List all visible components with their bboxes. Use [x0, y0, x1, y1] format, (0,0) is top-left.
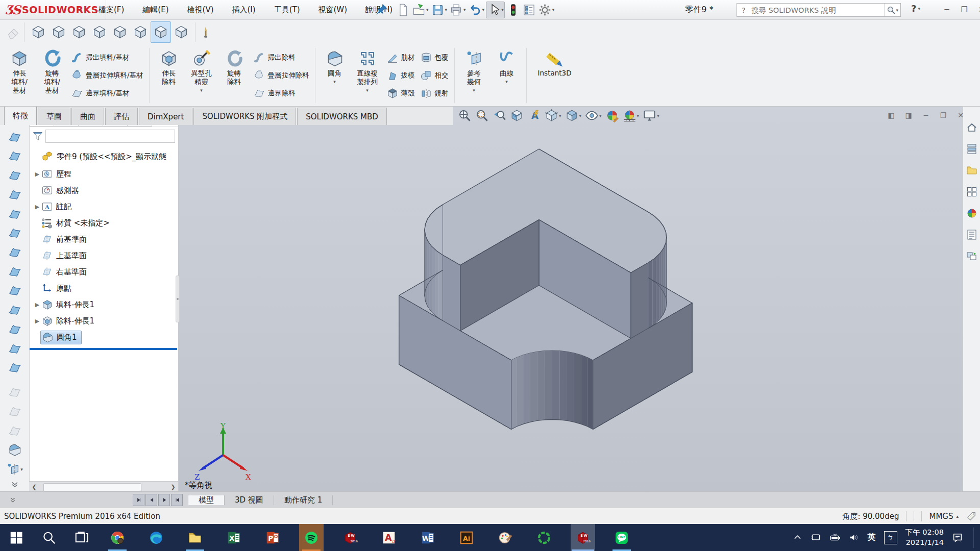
- pane-left-icon[interactable]: ◧: [886, 110, 897, 120]
- standard-view-4-button[interactable]: [89, 21, 110, 43]
- pattern-button[interactable]: 直線複 製排列▾: [351, 47, 384, 105]
- scrollbar-thumb[interactable]: [43, 483, 141, 491]
- revolve-button[interactable]: 旋轉 填料/ 基材: [36, 47, 68, 105]
- tray-notification-icon[interactable]: [952, 532, 963, 543]
- taskpane-file-explorer-icon[interactable]: [966, 164, 978, 177]
- tray-ime-indicator[interactable]: ㄅ: [884, 531, 897, 544]
- taskbar-word-icon[interactable]: W: [415, 524, 440, 551]
- new-document-button[interactable]: [396, 2, 410, 18]
- taskpane-custom-properties-icon[interactable]: [966, 229, 978, 241]
- dome-button[interactable]: [5, 262, 25, 282]
- taskbar-screen-ring-icon[interactable]: [532, 524, 556, 551]
- ruled-surface-button[interactable]: [5, 205, 25, 224]
- menu-pin-icon[interactable]: [375, 3, 388, 16]
- print-button[interactable]: ▾: [449, 2, 467, 18]
- knit-surface-button[interactable]: [5, 359, 25, 378]
- section-view-button[interactable]: [509, 108, 524, 123]
- zoom-to-fit-button[interactable]: [457, 108, 472, 123]
- filter-input[interactable]: [45, 130, 175, 143]
- tray-cast-icon[interactable]: [811, 532, 821, 543]
- taskpane-document-recovery-icon[interactable]: [966, 250, 978, 262]
- draft-button[interactable]: 拔模: [384, 68, 418, 83]
- taskpane-appearances-scenes-icon[interactable]: [966, 207, 978, 219]
- menu-tools[interactable]: 工具(T): [265, 0, 309, 19]
- replace-face-button[interactable]: [5, 339, 25, 359]
- menu-edit[interactable]: 編輯(E): [133, 0, 178, 19]
- display-style-button[interactable]: ▾: [565, 108, 582, 123]
- tab-solidworks-附加程式[interactable]: SOLIDWORKS 附加程式: [193, 108, 296, 125]
- tab-草圖[interactable]: 草圖: [38, 108, 70, 125]
- view-tab-3[interactable]: 動作研究 1: [274, 495, 333, 505]
- scroll-left-icon[interactable]: ❮: [29, 484, 39, 490]
- taskbar-chrome-icon[interactable]: [105, 524, 130, 551]
- menu-view[interactable]: 檢視(V): [178, 0, 223, 19]
- revolve-cut-button[interactable]: 旋轉 除料: [218, 47, 251, 105]
- boundary-button[interactable]: 邊界填料/基材: [68, 86, 146, 101]
- standard-view-5-button[interactable]: [110, 21, 130, 43]
- tree-item-9[interactable]: ▶填料-伸長1: [29, 297, 178, 312]
- rollback-bar[interactable]: [29, 348, 177, 350]
- hole-wizard-button[interactable]: 異型孔 精靈▾: [185, 47, 218, 105]
- graphics-viewport[interactable]: Y Z X: [178, 106, 963, 492]
- offset-surface-button[interactable]: [5, 282, 25, 301]
- search-box[interactable]: ? ▾: [737, 3, 901, 17]
- doc-minimize-icon[interactable]: ─: [920, 110, 932, 120]
- planar-surface-button[interactable]: [5, 243, 25, 262]
- taskbar-spotify-icon[interactable]: [299, 524, 324, 551]
- open-document-button[interactable]: ▾: [411, 2, 429, 18]
- flex-button[interactable]: [5, 300, 25, 320]
- menu-insert[interactable]: 插入(I): [223, 0, 265, 19]
- menu-file[interactable]: 檔案(F): [89, 0, 133, 19]
- boundary-cut-button[interactable]: 邊界除料: [251, 86, 312, 101]
- taskbar-edge-icon[interactable]: [144, 524, 168, 551]
- doc-close-icon[interactable]: ✕: [955, 110, 966, 120]
- tab-特徵[interactable]: 特徵: [4, 106, 37, 125]
- delete-face-button[interactable]: [5, 320, 25, 339]
- filter-funnel-icon[interactable]: [32, 131, 43, 142]
- scroll-right-icon[interactable]: ❯: [168, 484, 178, 490]
- shell-button[interactable]: 薄殼: [384, 86, 418, 101]
- nav-prev-icon[interactable]: [145, 494, 157, 506]
- tree-item-6[interactable]: 上基準面: [29, 248, 178, 263]
- tab-評估[interactable]: 評估: [105, 108, 138, 125]
- menu-window[interactable]: 視窗(W): [309, 0, 357, 19]
- tray-language-indicator[interactable]: 英: [868, 532, 876, 543]
- taskpane-view-palette-icon[interactable]: [966, 186, 978, 198]
- pane-right-icon[interactable]: ◨: [903, 110, 914, 120]
- revolved-surface-button[interactable]: [5, 146, 25, 166]
- help-menu[interactable]: ?▾: [911, 3, 920, 14]
- instant3d-button[interactable]: Instant3D: [530, 47, 580, 105]
- zoom-to-area-button[interactable]: [475, 108, 489, 123]
- untrim-surface-button[interactable]: [5, 402, 25, 421]
- tree-item-10[interactable]: ▶除料-伸長1: [29, 313, 178, 329]
- tree-item-1[interactable]: ▶歷程: [29, 166, 178, 182]
- options-list-button[interactable]: [522, 2, 536, 18]
- previous-view-button[interactable]: [492, 108, 507, 123]
- taskbar-start-icon[interactable]: [4, 524, 29, 551]
- toolbar-collapse-icon[interactable]: [10, 479, 20, 489]
- rib-button[interactable]: 肋材: [384, 50, 418, 65]
- intersect-button[interactable]: 相交: [418, 68, 451, 83]
- taskbar-paint-icon[interactable]: [493, 524, 518, 551]
- reference-geometry-button[interactable]: ▾: [5, 460, 25, 479]
- standard-view-8-button[interactable]: [171, 21, 191, 43]
- view-settings-button[interactable]: ▾: [642, 108, 660, 123]
- taskbar-task-view-icon[interactable]: [69, 524, 94, 551]
- undo-button[interactable]: ▾: [468, 2, 485, 18]
- boss-extrude-button[interactable]: 伸長 填料/ 基材: [3, 47, 36, 105]
- standard-view-7-button[interactable]: [151, 21, 171, 43]
- taskbar-excel-icon[interactable]: X: [222, 524, 246, 551]
- close-button[interactable]: ✕: [973, 3, 980, 16]
- standard-view-3-button[interactable]: [69, 21, 89, 43]
- curves-button[interactable]: 曲線▾: [491, 47, 523, 105]
- panel-collapse-icon[interactable]: [0, 492, 26, 508]
- view-tab-1[interactable]: 模型: [188, 495, 225, 505]
- wrap-button[interactable]: 包覆: [418, 50, 451, 65]
- standard-view-2-button[interactable]: [48, 21, 69, 43]
- tray-clock[interactable]: 下午 02:08 2021/1/14: [905, 528, 944, 547]
- sweep-button[interactable]: 掃出填料/基材: [68, 50, 146, 65]
- hide-show-items-button[interactable]: ▾: [584, 108, 602, 123]
- tree-item-11[interactable]: 圓角1: [29, 330, 178, 345]
- tray-volume-icon[interactable]: [849, 532, 860, 543]
- nav-next-icon[interactable]: [158, 494, 170, 506]
